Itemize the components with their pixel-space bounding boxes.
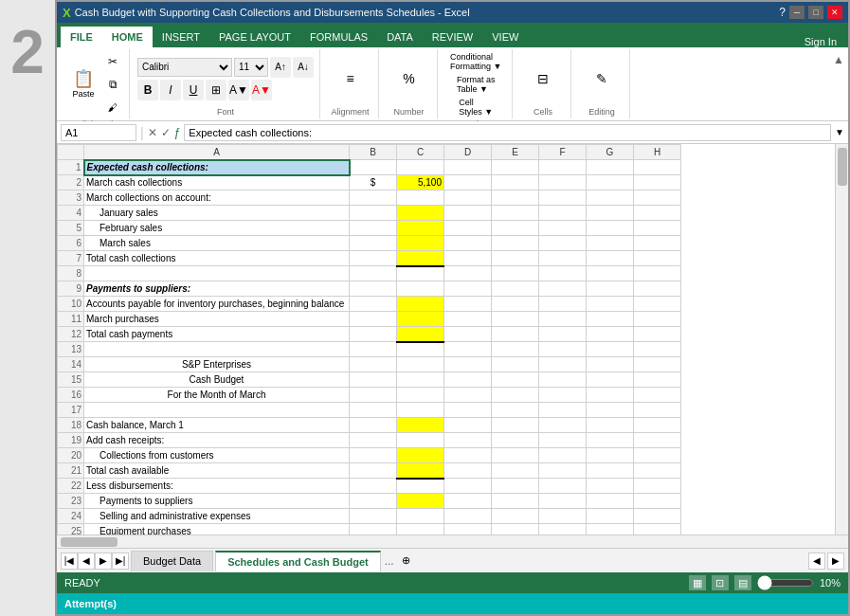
cell-d5[interactable] (444, 221, 492, 236)
cell-b8[interactable] (350, 266, 397, 281)
sheet-tab-budget-data[interactable]: Budget Data (131, 551, 213, 571)
cell-e22[interactable] (492, 479, 539, 494)
cell-g16[interactable] (587, 388, 634, 403)
fill-color-button[interactable]: A▼ (228, 80, 249, 100)
cell-c15[interactable] (397, 372, 444, 388)
cell-a24[interactable]: Selling and administrative expenses (84, 509, 350, 524)
close-button[interactable]: ✕ (827, 6, 842, 19)
tab-view[interactable]: VIEW (482, 27, 528, 47)
tab-home[interactable]: HOME (102, 27, 153, 47)
sheet-nav-prev[interactable]: ◀ (78, 553, 95, 570)
cell-e24[interactable] (492, 509, 539, 524)
cell-b4[interactable] (350, 206, 397, 221)
cell-h18[interactable] (634, 418, 681, 433)
cell-c6[interactable] (397, 236, 444, 251)
cell-g7[interactable] (587, 251, 634, 266)
cell-g8[interactable] (587, 266, 634, 281)
cell-c2[interactable]: 5,100 (397, 175, 444, 190)
cell-c18[interactable] (397, 418, 444, 433)
cell-h19[interactable] (634, 433, 681, 448)
cell-d13[interactable] (444, 342, 492, 357)
paste-button[interactable]: 📋 Paste (66, 61, 100, 108)
cell-b12[interactable] (350, 327, 397, 342)
cell-g21[interactable] (587, 463, 634, 479)
maximize-button[interactable]: □ (808, 6, 823, 19)
cell-g3[interactable] (587, 190, 634, 206)
sheet-tab-schedules[interactable]: Schedules and Cash Budget (215, 551, 381, 571)
cell-e6[interactable] (492, 236, 539, 251)
cell-a4[interactable]: January sales (84, 206, 350, 221)
cell-f10[interactable] (539, 297, 587, 312)
cells-button[interactable]: ⊟ (526, 55, 560, 102)
tab-formulas[interactable]: FORMULAS (300, 27, 377, 47)
format-as-table-button[interactable]: Format asTable ▼ (445, 74, 506, 95)
cell-a11[interactable]: March purchases (84, 312, 350, 327)
border-button[interactable]: ⊞ (206, 80, 226, 100)
cell-d17[interactable] (444, 403, 492, 418)
cell-g10[interactable] (587, 297, 634, 312)
cell-c20[interactable] (397, 448, 444, 463)
cell-h24[interactable] (634, 509, 681, 524)
cell-d11[interactable] (444, 312, 492, 327)
cell-d16[interactable] (444, 388, 492, 403)
cell-f15[interactable] (539, 372, 587, 388)
cell-g18[interactable] (587, 418, 634, 433)
cell-b24[interactable] (350, 509, 397, 524)
cell-h15[interactable] (634, 372, 681, 388)
ribbon-expand[interactable]: ▲ (833, 49, 844, 118)
cell-d23[interactable] (444, 494, 492, 509)
cell-h10[interactable] (634, 297, 681, 312)
cell-c11[interactable] (397, 312, 444, 327)
grid-area[interactable]: A B C D E F G H 1Expected cash coll (57, 144, 835, 534)
cell-g19[interactable] (587, 433, 634, 448)
cell-f16[interactable] (539, 388, 587, 403)
cell-e14[interactable] (492, 357, 539, 372)
cell-g11[interactable] (587, 312, 634, 327)
cell-f18[interactable] (539, 418, 587, 433)
copy-button[interactable]: ⧉ (102, 74, 123, 95)
cell-g14[interactable] (587, 357, 634, 372)
cell-e16[interactable] (492, 388, 539, 403)
minimize-button[interactable]: ─ (789, 6, 805, 19)
cell-f4[interactable] (539, 206, 587, 221)
cell-a15[interactable]: Cash Budget (84, 372, 350, 388)
cell-c5[interactable] (397, 221, 444, 236)
cell-d15[interactable] (444, 372, 492, 388)
cell-e2[interactable] (492, 175, 539, 190)
cell-e10[interactable] (492, 297, 539, 312)
cell-d18[interactable] (444, 418, 492, 433)
cell-b22[interactable] (350, 479, 397, 494)
col-header-c[interactable]: C (397, 145, 444, 160)
cell-c19[interactable] (397, 433, 444, 448)
cell-b25[interactable] (350, 524, 397, 535)
page-layout-view-button[interactable]: ⊡ (712, 575, 729, 590)
cell-h4[interactable] (634, 206, 681, 221)
tab-review[interactable]: REVIEW (423, 27, 482, 47)
cell-c21[interactable] (397, 463, 444, 479)
page-break-view-button[interactable]: ▤ (734, 575, 751, 590)
cell-f21[interactable] (539, 463, 587, 479)
cell-f7[interactable] (539, 251, 587, 266)
cell-a22[interactable]: Less disbursements: (84, 479, 350, 494)
col-header-f[interactable]: F (539, 145, 587, 160)
cell-c17[interactable] (397, 403, 444, 418)
font-color-button[interactable]: A▼ (251, 80, 272, 100)
cell-c10[interactable] (397, 297, 444, 312)
cell-c23[interactable] (397, 494, 444, 509)
tab-scroll-left[interactable]: ◀ (808, 553, 825, 570)
cell-h11[interactable] (634, 312, 681, 327)
tab-scroll-right[interactable]: ▶ (827, 553, 844, 570)
underline-button[interactable]: U (183, 80, 204, 100)
cell-f9[interactable] (539, 281, 587, 297)
cell-c1[interactable] (397, 160, 444, 175)
cell-b2[interactable]: $ (350, 175, 397, 190)
cell-e8[interactable] (492, 266, 539, 281)
cell-e15[interactable] (492, 372, 539, 388)
cell-g22[interactable] (587, 479, 634, 494)
cell-f11[interactable] (539, 312, 587, 327)
cell-h20[interactable] (634, 448, 681, 463)
cell-g1[interactable] (587, 160, 634, 175)
tab-page-layout[interactable]: PAGE LAYOUT (209, 27, 300, 47)
cell-h2[interactable] (634, 175, 681, 190)
cell-b15[interactable] (350, 372, 397, 388)
